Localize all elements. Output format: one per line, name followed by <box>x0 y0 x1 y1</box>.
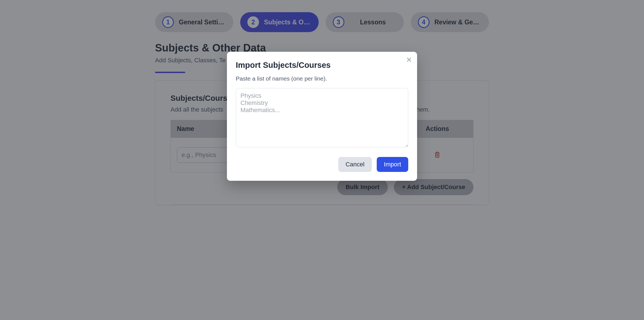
cancel-button[interactable]: Cancel <box>338 157 371 172</box>
modal-title: Import Subjects/Courses <box>236 61 408 70</box>
modal-subtitle: Paste a list of names (one per line). <box>236 75 408 82</box>
import-button[interactable]: Import <box>377 157 408 172</box>
modal-actions: Cancel Import <box>236 157 408 172</box>
import-modal: ✕ Import Subjects/Courses Paste a list o… <box>227 52 417 181</box>
close-icon: ✕ <box>406 56 412 64</box>
modal-close-button[interactable]: ✕ <box>406 56 412 63</box>
import-textarea[interactable] <box>236 88 408 147</box>
